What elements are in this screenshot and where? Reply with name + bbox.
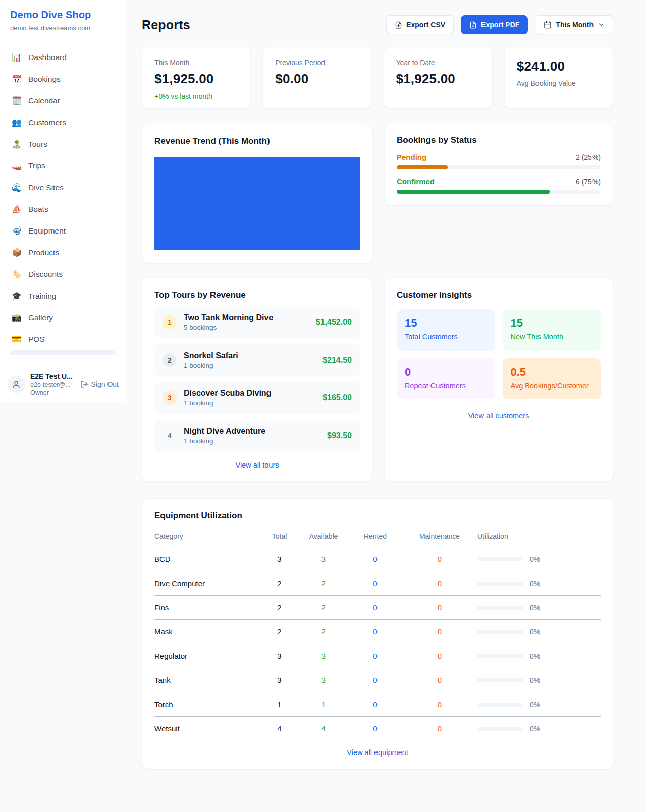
- tour-row[interactable]: 3 Discover Scuba Diving1 booking $165.00: [154, 382, 360, 414]
- page-title: Reports: [142, 18, 190, 32]
- cell-category: Regulator: [154, 644, 260, 668]
- export-csv-button[interactable]: Export CSV: [386, 15, 454, 34]
- export-pdf-button[interactable]: Export PDF: [461, 15, 528, 34]
- view-all-customers-link[interactable]: View all customers: [397, 412, 601, 420]
- sidebar-item-trips[interactable]: 🚤 Trips: [5, 155, 121, 177]
- calendar-icon: 🗓️: [12, 96, 22, 105]
- user-name: E2E Test U...: [30, 372, 75, 380]
- sidebar-nav: 📊 Dashboard 📅 Bookings 🗓️ Calendar 👥 Cus…: [0, 40, 126, 366]
- sidebar-item-bookings[interactable]: 📅 Bookings: [5, 68, 121, 90]
- table-row: Wetsuit 4 4 0 0 0%: [154, 717, 601, 741]
- main-content: Reports Export CSV Export PDF This Month…: [126, 0, 646, 769]
- insight-value: 15: [511, 317, 593, 330]
- stats-row: This Month $1,925.00 +0% vs last month P…: [142, 47, 613, 109]
- shop-domain: demo.test.divestreams.com: [10, 24, 116, 32]
- sidebar-item-label: Gallery: [28, 313, 53, 322]
- insight-label: Repeat Customers: [405, 382, 487, 390]
- cell-maintenance: 0: [402, 692, 477, 717]
- dive-mask-icon: 🤿: [12, 226, 22, 236]
- cell-available: 2: [298, 620, 349, 644]
- column-header-total: Total: [260, 528, 298, 547]
- sidebar-item-training[interactable]: 🎓 Training: [5, 285, 121, 307]
- top-tours-title: Top Tours by Revenue: [154, 290, 360, 300]
- sidebar-item-customers[interactable]: 👥 Customers: [5, 111, 121, 133]
- insight-label: New This Month: [511, 333, 593, 341]
- sidebar-item-pos[interactable]: 💳 POS: [5, 328, 121, 350]
- progress-fill: [397, 165, 448, 169]
- revenue-trend-chart: [154, 157, 360, 250]
- sidebar-item-label: POS: [28, 335, 45, 344]
- view-all-tours-link[interactable]: View all tours: [154, 461, 360, 469]
- table-row: Mask 2 2 0 0 0%: [154, 620, 601, 644]
- sidebar-user-section: E2E Test U... e2e-tester@... Owner Sign …: [0, 366, 126, 402]
- cell-utilization: 0%: [477, 571, 601, 596]
- tour-revenue: $214.50: [322, 356, 352, 365]
- insight-tile-new-this-month: 15 New This Month: [503, 309, 601, 351]
- table-row: Regulator 3 3 0 0 0%: [154, 644, 601, 668]
- sidebar-item-products[interactable]: 📦 Products: [5, 242, 121, 263]
- cell-category: Mask: [154, 620, 260, 644]
- stat-label: This Month: [154, 59, 238, 67]
- column-header-category: Category: [154, 528, 260, 547]
- cell-available: 2: [298, 596, 349, 620]
- tour-name: Snorkel Safari: [184, 351, 315, 360]
- sidebar-item-dashboard[interactable]: 📊 Dashboard: [5, 46, 121, 68]
- sign-out-icon: [80, 380, 88, 388]
- tour-revenue: $1,452.00: [316, 318, 352, 327]
- sailboat-icon: ⛵: [12, 204, 22, 214]
- sidebar-item-calendar[interactable]: 🗓️ Calendar: [5, 90, 121, 111]
- sign-out-button[interactable]: Sign Out: [80, 380, 119, 388]
- sidebar-item-dive-sites[interactable]: 🌊 Dive Sites: [5, 177, 121, 198]
- table-row: BCD 3 3 0 0 0%: [154, 547, 601, 571]
- sidebar-item-gallery[interactable]: 📸 Gallery: [5, 307, 121, 328]
- person-icon: [12, 380, 21, 389]
- insight-value: 15: [405, 317, 487, 330]
- package-icon: 📦: [12, 248, 22, 257]
- status-value: 2 (25%): [576, 153, 601, 161]
- cell-rented: 0: [349, 717, 402, 741]
- stat-label: Year to Date: [396, 59, 480, 67]
- bookings-status-card: Bookings by Status Pending 2 (25%) Confi…: [384, 124, 613, 205]
- rank-badge: 2: [163, 353, 177, 367]
- cell-available: 4: [298, 717, 349, 741]
- cell-available: 3: [298, 547, 349, 571]
- cell-rented: 0: [349, 620, 402, 644]
- sidebar-item-tours[interactable]: 🏝️ Tours: [5, 133, 121, 155]
- cell-total: 4: [260, 717, 298, 741]
- insights-grid: 15 Total Customers 15 New This Month 0 R…: [397, 309, 601, 399]
- view-all-equipment-link[interactable]: View all equipment: [154, 748, 601, 757]
- stat-value: $241.00: [517, 59, 601, 74]
- period-select[interactable]: This Month: [535, 15, 613, 34]
- rank-badge: 1: [163, 315, 177, 329]
- cell-category: Wetsuit: [154, 717, 260, 741]
- sidebar-item-equipment[interactable]: 🤿 Equipment: [5, 220, 121, 242]
- insight-label: Avg Bookings/Customer: [511, 382, 593, 390]
- top-tours-card: Top Tours by Revenue 1 Two Tank Morning …: [142, 277, 372, 482]
- tour-row[interactable]: 4 Night Dive Adventure1 booking $93.50: [154, 420, 360, 451]
- sidebar-item-reports-partial[interactable]: [10, 350, 116, 355]
- tour-row[interactable]: 1 Two Tank Morning Dive5 bookings $1,452…: [154, 307, 360, 338]
- sidebar-item-boats[interactable]: ⛵ Boats: [5, 198, 121, 220]
- cell-maintenance: 0: [402, 620, 477, 644]
- sidebar-item-label: Trips: [28, 161, 45, 170]
- sidebar-item-discounts[interactable]: 🏷️ Discounts: [5, 263, 121, 285]
- export-csv-label: Export CSV: [406, 21, 445, 29]
- cell-available: 2: [298, 571, 349, 596]
- cell-category: BCD: [154, 547, 260, 571]
- tour-name: Discover Scuba Diving: [184, 389, 315, 398]
- stat-value: $1,925.00: [396, 71, 480, 87]
- progress-fill: [397, 190, 550, 194]
- shop-name: Demo Dive Shop: [10, 9, 116, 21]
- rank-badge: 3: [163, 391, 177, 405]
- chevron-down-icon: [598, 21, 605, 28]
- tour-bookings: 5 bookings: [184, 324, 309, 331]
- cell-maintenance: 0: [402, 547, 477, 571]
- cell-total: 2: [260, 620, 298, 644]
- page-header: Reports Export CSV Export PDF This Month: [142, 15, 613, 34]
- equipment-utilization-card: Equipment Utilization Category Total Ava…: [142, 498, 613, 769]
- cell-utilization: 0%: [477, 596, 601, 620]
- cell-total: 3: [260, 668, 298, 692]
- cell-available: 1: [298, 692, 349, 717]
- user-email: e2e-tester@...: [30, 381, 75, 388]
- tour-row[interactable]: 2 Snorkel Safari1 booking $214.50: [154, 344, 360, 376]
